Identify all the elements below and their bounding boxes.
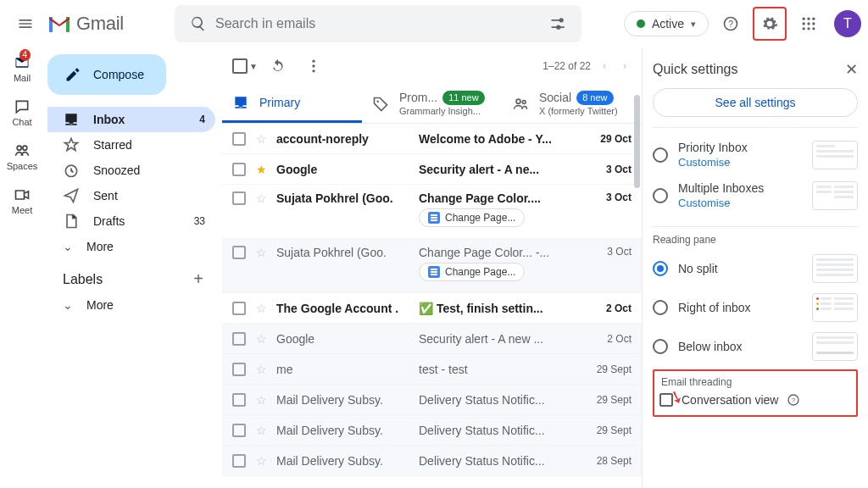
subject: ✅ Test, finish settin... <box>419 302 577 315</box>
row-checkbox[interactable] <box>232 363 246 376</box>
sidebar-item-starred[interactable]: Starred <box>47 132 215 158</box>
gear-icon <box>761 15 778 32</box>
help-icon[interactable]: ? <box>787 393 800 407</box>
drafts-icon <box>63 213 80 230</box>
settings-button[interactable] <box>753 7 787 41</box>
see-all-settings-button[interactable]: See all settings <box>653 88 858 117</box>
svg-point-22 <box>522 100 526 103</box>
search-input[interactable] <box>215 16 541 31</box>
compose-button[interactable]: Compose <box>47 54 166 95</box>
support-button[interactable]: ? <box>714 7 748 41</box>
star-icon[interactable]: ☆ <box>253 302 270 315</box>
star-icon[interactable]: ☆ <box>253 191 270 205</box>
labels-header: Labels <box>63 272 103 287</box>
tab-social[interactable]: Social8 new X (formerly Twitter) <box>502 85 642 123</box>
sender: Google <box>276 163 412 176</box>
email-row[interactable]: ☆metest - test29 Sept <box>222 354 642 385</box>
gmail-logo[interactable]: Gmail <box>47 13 124 35</box>
thumb-preview <box>812 181 858 210</box>
close-quick-settings-button[interactable]: ✕ <box>845 60 858 79</box>
labels-more[interactable]: ⌄ More <box>47 292 215 318</box>
search-bar[interactable] <box>175 5 581 42</box>
row-checkbox[interactable] <box>232 332 246 346</box>
rail-spaces[interactable]: Spaces <box>7 142 38 171</box>
rail-spaces-label: Spaces <box>7 161 38 171</box>
sidebar-item-sent[interactable]: Sent <box>47 183 215 208</box>
account-avatar[interactable]: T <box>834 10 861 37</box>
docs-icon <box>428 266 440 278</box>
add-label-button[interactable]: + <box>193 269 203 289</box>
option-below-inbox[interactable]: Below inbox <box>653 327 858 366</box>
email-row[interactable]: ☆Mail Delivery Subsy.Delivery Status Not… <box>222 446 642 476</box>
email-row[interactable]: ☆GoogleSecurity alert - A new ...2 Oct <box>222 324 642 354</box>
status-chip[interactable]: Active ▾ <box>624 11 709 36</box>
option-multiple-inboxes[interactable]: Multiple InboxesCustomise <box>653 175 858 216</box>
tab-promotions[interactable]: Prom...11 new Grammarly Insigh... <box>362 85 502 123</box>
sender: The Google Account . <box>276 302 412 315</box>
email-row[interactable]: ☆The Google Account .✅ Test, finish sett… <box>222 293 642 324</box>
row-checkbox[interactable] <box>232 302 246 315</box>
scrollbar-thumb[interactable] <box>634 95 640 188</box>
pagination-range: 1–22 of 22 <box>542 60 591 72</box>
sidebar-item-drafts[interactable]: Drafts33 <box>47 208 215 234</box>
email-row[interactable]: ☆Mail Delivery Subsy.Delivery Status Not… <box>222 415 642 446</box>
svg-point-4 <box>768 22 771 25</box>
sidebar-item-snoozed[interactable]: Snoozed <box>47 158 215 183</box>
option-right-of-inbox[interactable]: Right of inbox <box>653 288 858 327</box>
docs-icon <box>428 212 440 224</box>
sent-icon <box>63 187 80 204</box>
row-checkbox[interactable] <box>232 132 246 146</box>
rail-meet[interactable]: Meet <box>12 186 32 215</box>
main-menu-button[interactable] <box>8 7 42 41</box>
select-all-checkbox[interactable]: ▼ <box>232 58 258 74</box>
row-checkbox[interactable] <box>232 424 246 437</box>
svg-point-8 <box>803 22 805 25</box>
email-row[interactable]: ☆Sujata Pokhrel (Goo.Change Page Color..… <box>222 239 642 293</box>
tab-primary[interactable]: Primary <box>222 85 362 123</box>
apps-button[interactable] <box>792 7 826 41</box>
rail-mail[interactable]: 4 Mail <box>14 54 31 83</box>
star-icon[interactable]: ☆ <box>253 332 270 346</box>
email-row[interactable]: ☆account-noreplyWelcome to Adobe - Y...2… <box>222 124 642 154</box>
star-icon[interactable]: ☆ <box>253 454 270 468</box>
email-threading-title: Email threading <box>661 376 849 388</box>
row-checkbox[interactable] <box>232 393 246 407</box>
subject: Change Page Color.... <box>419 191 577 205</box>
sidebar-item-more[interactable]: ⌄More <box>47 234 215 259</box>
star-icon[interactable]: ☆ <box>253 246 270 259</box>
option-no-split[interactable]: No split <box>653 249 858 288</box>
email-row[interactable]: ★GoogleSecurity alert - A ne...3 Oct <box>222 154 642 185</box>
next-page-button[interactable]: › <box>618 55 632 77</box>
row-checkbox[interactable] <box>232 246 246 259</box>
pencil-icon <box>64 66 81 83</box>
star-icon[interactable]: ☆ <box>253 424 270 437</box>
mail-badge: 4 <box>19 49 31 61</box>
sidebar-item-inbox[interactable]: Inbox4 <box>47 107 215 132</box>
svg-point-19 <box>312 69 314 72</box>
attachment-chip[interactable]: Change Page... <box>419 263 525 281</box>
row-checkbox[interactable] <box>232 163 246 176</box>
sender: Google <box>276 332 412 346</box>
star-icon[interactable]: ☆ <box>253 363 270 376</box>
conversation-view-label: Conversation view <box>682 393 778 407</box>
rail-chat[interactable]: Chat <box>12 98 31 127</box>
search-options-button[interactable] <box>541 15 575 32</box>
star-icon[interactable]: ☆ <box>253 132 270 146</box>
attachment-chip[interactable]: Change Page... <box>419 208 525 227</box>
more-button[interactable] <box>298 51 329 81</box>
star-icon[interactable]: ☆ <box>253 393 270 407</box>
refresh-button[interactable] <box>263 51 293 81</box>
email-row[interactable]: ☆Sujata Pokhrel (Goo.Change Page Color..… <box>222 185 642 239</box>
row-checkbox[interactable] <box>232 191 246 205</box>
star-filled-icon[interactable]: ★ <box>253 163 270 176</box>
email-row[interactable]: ☆Mail Delivery Subsy.Delivery Status Not… <box>222 385 642 415</box>
prev-page-button[interactable]: ‹ <box>598 55 611 77</box>
subject: Change Page Color... -... <box>419 246 577 259</box>
sender: account-noreply <box>276 132 412 146</box>
option-priority-inbox[interactable]: Priority InboxCustomise <box>653 135 858 175</box>
starred-icon <box>63 136 80 153</box>
date: 2 Oct <box>584 333 632 345</box>
svg-text:?: ? <box>728 19 733 29</box>
svg-text:?: ? <box>792 396 796 404</box>
row-checkbox[interactable] <box>232 454 246 468</box>
